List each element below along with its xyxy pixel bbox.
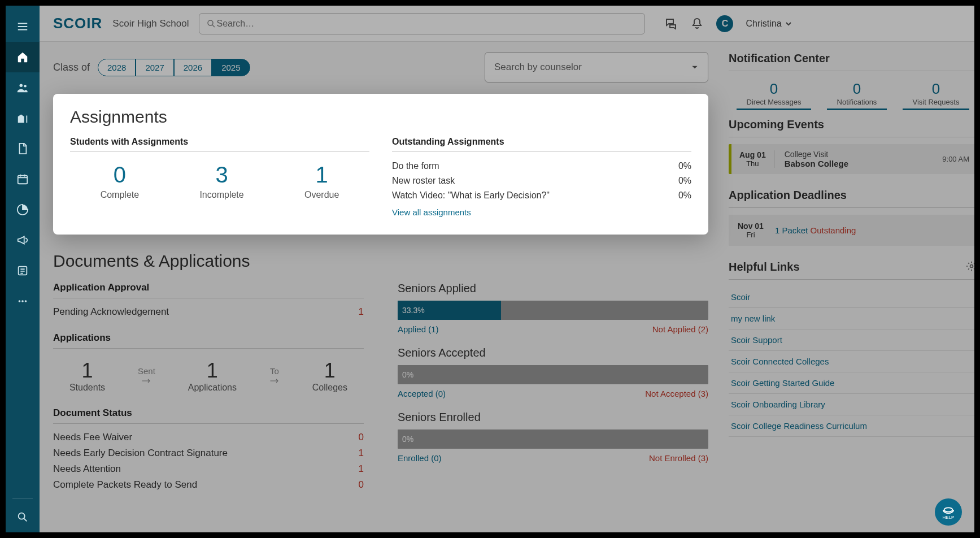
notification-center-title: Notification Center: [729, 52, 974, 71]
applied-link[interactable]: Applied (1): [398, 324, 439, 334]
gear-icon[interactable]: [966, 261, 974, 272]
year-2028[interactable]: 2028: [98, 59, 136, 76]
global-search[interactable]: [199, 13, 645, 34]
visit-requests-stat[interactable]: 0 Visit Requests: [903, 78, 970, 110]
svg-rect-2: [18, 176, 28, 184]
hamburger-icon[interactable]: [6, 11, 40, 42]
assignments-title: Assignments: [70, 107, 691, 127]
svg-point-9: [970, 265, 973, 268]
helpful-link[interactable]: Scoir Connected Colleges: [729, 351, 974, 372]
stat-incomplete[interactable]: 3 Incomplete: [199, 162, 243, 200]
left-nav: [6, 6, 40, 532]
helpful-link[interactable]: Scoir College Readiness Curriculum: [729, 415, 974, 437]
doc-status-header: Document Status: [53, 407, 364, 424]
applications-header: Applications: [53, 332, 364, 349]
svg-point-0: [20, 84, 23, 88]
class-of-label: Class of: [53, 62, 90, 73]
enrolled-link[interactable]: Enrolled (0): [398, 453, 442, 463]
seniors-enrolled-block: Seniors Enrolled 0% Enrolled (0) Not Enr…: [398, 411, 708, 463]
upcoming-events-title: Upcoming Events: [729, 118, 974, 137]
direct-messages-stat[interactable]: 0 Direct Messages: [737, 78, 812, 110]
accepted-progress[interactable]: 0%: [398, 365, 708, 384]
dropdown-triangle-icon: [691, 63, 699, 71]
application-deadlines-title: Application Deadlines: [729, 189, 974, 208]
sent-arrow: Sent: [138, 366, 155, 386]
year-2026[interactable]: 2026: [174, 59, 212, 76]
stat-colleges: 1 Colleges: [312, 359, 347, 393]
svg-point-5: [21, 300, 24, 302]
stat-overdue[interactable]: 1 Overdue: [304, 162, 339, 200]
school-name: Scoir High School: [112, 18, 189, 29]
year-2027[interactable]: 2027: [136, 59, 173, 76]
pending-ack-row[interactable]: Pending Acknowledgement 1: [53, 304, 364, 320]
nav-people-icon[interactable]: [6, 72, 40, 103]
nav-more-icon[interactable]: [6, 286, 40, 316]
counselor-search[interactable]: Search by counselor: [485, 52, 708, 83]
students-assignments-header: Students with Assignments: [70, 137, 369, 152]
nav-document-icon[interactable]: [6, 133, 40, 164]
user-menu[interactable]: Christina: [746, 19, 791, 29]
applied-progress[interactable]: 33.3%: [398, 301, 708, 320]
enrolled-progress[interactable]: 0%: [398, 429, 708, 449]
help-fab[interactable]: HELP: [935, 498, 962, 526]
svg-point-8: [208, 20, 213, 25]
accepted-link[interactable]: Accepted (0): [398, 389, 446, 398]
outstanding-header: Outstanding Assignments: [392, 137, 691, 152]
assignments-card: Assignments Students with Assignments 0 …: [53, 94, 708, 235]
docs-title: Documents & Applications: [53, 251, 708, 271]
nav-building-icon[interactable]: [6, 103, 40, 133]
nav-megaphone-icon[interactable]: [6, 225, 40, 255]
nav-search-icon[interactable]: [6, 502, 40, 532]
stat-students: 1 Students: [69, 359, 105, 393]
not-applied-link[interactable]: Not Applied (2): [652, 324, 708, 334]
status-row[interactable]: Needs Attention1: [53, 461, 364, 477]
svg-point-7: [19, 513, 25, 519]
helpful-links-title: Helpful Links: [729, 261, 974, 280]
helpful-link[interactable]: Scoir Onboarding Library: [729, 394, 974, 415]
nav-calendar-icon[interactable]: [6, 164, 40, 194]
status-row[interactable]: Needs Fee Waiver0: [53, 429, 364, 445]
avatar[interactable]: C: [716, 15, 733, 32]
assignment-row[interactable]: Do the form0%: [392, 159, 691, 173]
not-accepted-link[interactable]: Not Accepted (3): [645, 389, 708, 398]
seniors-accepted-block: Seniors Accepted 0% Accepted (0) Not Acc…: [398, 346, 708, 398]
year-2025[interactable]: 2025: [212, 59, 250, 76]
messages-icon[interactable]: [664, 17, 678, 31]
svg-point-1: [24, 85, 27, 88]
top-bar: SCOIR Scoir High School C Christina: [40, 6, 974, 42]
chevron-down-icon: [785, 20, 792, 27]
seniors-applied-block: Seniors Applied 33.3% Applied (1) Not Ap…: [398, 282, 708, 334]
bell-icon[interactable]: [690, 17, 704, 31]
status-row[interactable]: Complete Packets Ready to Send0: [53, 477, 364, 493]
stat-complete[interactable]: 0 Complete: [101, 162, 139, 200]
notifications-stat[interactable]: 0 Notifications: [827, 78, 887, 110]
helpful-link[interactable]: Scoir Getting Started Guide: [729, 372, 974, 394]
view-all-assignments-link[interactable]: View all assignments: [392, 207, 471, 217]
nav-home-icon[interactable]: [6, 42, 40, 72]
nav-chart-icon[interactable]: [6, 194, 40, 225]
not-enrolled-link[interactable]: Not Enrolled (3): [649, 453, 708, 463]
deadline-card[interactable]: Nov 01 Fri 1 Packet Outstanding: [729, 215, 974, 246]
stat-applications: 1 Applications: [188, 359, 237, 393]
year-pills: 2028 2027 2026 2025: [98, 59, 250, 76]
assignment-row[interactable]: New roster task0%: [392, 173, 691, 188]
search-icon: [206, 19, 216, 29]
status-row[interactable]: Needs Early Decision Contract Signature1: [53, 445, 364, 461]
search-input[interactable]: [216, 19, 638, 29]
to-arrow: To: [269, 366, 280, 386]
svg-point-6: [25, 300, 27, 302]
nav-list-icon[interactable]: [6, 255, 40, 286]
approval-header: Application Approval: [53, 282, 364, 298]
helpful-link[interactable]: my new link: [729, 308, 974, 329]
logo[interactable]: SCOIR: [53, 15, 102, 32]
event-card[interactable]: Aug 01 Thu College Visit Babson College …: [729, 144, 974, 174]
assignment-row[interactable]: Watch Video: "What is Early Decision?"0%: [392, 188, 691, 203]
helpful-link[interactable]: Scoir: [729, 287, 974, 308]
svg-point-4: [19, 300, 21, 302]
helpful-link[interactable]: Scoir Support: [729, 329, 974, 351]
